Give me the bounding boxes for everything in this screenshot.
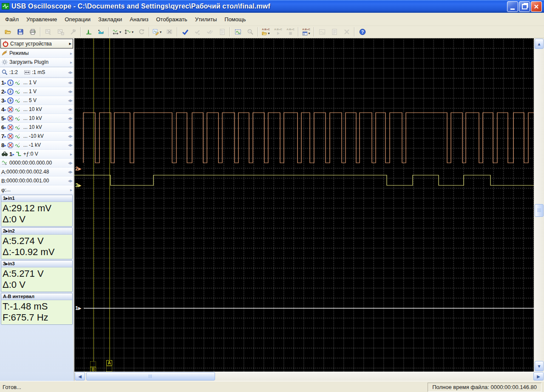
channel-row-3[interactable]: 3▸5... 5 V◀▶ [0,96,74,105]
sidebar-item-load-plugin[interactable]: Загрузить PlugIn▸ [0,58,74,67]
horizontal-scrollbar[interactable]: ◀ ▶ [74,372,544,381]
vertical-scroll-track[interactable] [534,49,544,361]
menu-item-file[interactable]: Файл [1,14,23,25]
close-button[interactable]: ✕ [531,1,542,12]
trigger-row[interactable]: 1▸+ƒ:0 V▸ [0,150,74,159]
dropdown-arrow-icon[interactable]: ▾ [119,30,121,34]
channel-range-badge[interactable]: 5 [7,97,14,104]
expand-arrow-icon[interactable]: ▸ [70,152,72,156]
scroll-right-button[interactable]: ▶ [533,372,544,381]
expand-arrow-icon[interactable]: ▸ [69,41,71,46]
channel-range-badge[interactable]: 1 [7,80,14,86]
app-icon[interactable] [2,3,9,10]
restore-button[interactable] [519,1,530,12]
channel-adjust-arrows[interactable]: ◀▶ [68,108,72,111]
cursor-a-time-adjust-arrows[interactable]: ◀▶ [68,170,72,174]
dropdown-arrow-icon[interactable]: ▾ [132,30,133,34]
measure-in3-panel[interactable]: 3▸in3A:5.271 VΔ:0 V [1,260,73,292]
open-file-button[interactable] [2,27,14,37]
channel-adjust-arrows[interactable]: ◀▶ [68,81,72,85]
channel-adjust-arrows[interactable]: ◀▶ [68,134,72,138]
expand-arrow-icon[interactable]: ▸ [70,51,72,56]
apply-check-button[interactable] [179,27,191,37]
dropdown-arrow-icon[interactable]: ▾ [308,31,310,35]
scale-adjust-arrows[interactable]: ◀▶ [68,71,72,74]
vertical-scroll-thumb[interactable] [535,204,544,217]
svg-text:2: 2 [9,90,11,94]
channel-disabled-badge[interactable] [7,115,14,122]
menu-item-help[interactable]: Помощь [221,14,249,25]
menubar: ФайлУправлениеОперацииЗакладкиАнализОтоб… [0,13,544,26]
channel-disabled-badge[interactable] [7,133,14,139]
impulse-button[interactable] [82,27,95,37]
horizontal-scroll-track[interactable] [85,372,533,381]
channel-adjust-arrows[interactable]: ◀▶ [68,116,72,120]
channel-row-6[interactable]: 6▸... 10 kV◀▶ [0,123,74,132]
measure-in1-panel[interactable]: 1▸in1A:29.12 mVΔ:0 V [1,195,73,227]
sweep-time-row[interactable]: 0000:00:00.000.00◀▶ [0,159,74,168]
channel-disabled-badge[interactable] [7,106,14,113]
channel-row-2[interactable]: 2▸2... 1 V◀▶ [0,87,74,96]
channel-disabled-badge[interactable] [7,142,14,148]
toolbar-separator [40,27,41,37]
edit-wave-button[interactable]: ▾ [151,27,163,37]
channel-3-marker[interactable]: 3▸ [75,182,81,189]
cursor-b-time-row[interactable]: B:0000:00:00.001.00◀▶ [0,176,74,185]
measure-in2-header: 2▸in2 [1,228,72,235]
scroll-up-button[interactable]: ▲ [535,39,544,49]
channel-range-badge[interactable]: 2 [7,88,14,95]
measure-in2-panel[interactable]: 2▸in2A:5.274 VΔ:-10.92 mV [1,227,73,259]
menu-item-utilities[interactable]: Утилиты [191,14,221,25]
sidebar-item-start-device[interactable]: Старт устройства▸ [0,39,73,48]
scale-row[interactable]: :1:2:1 mS◀▶ [0,68,74,77]
cursor-a-label[interactable]: A [106,360,112,366]
vertical-scrollbar[interactable]: ▲ ▼ [534,38,544,372]
channel-adjust-arrows[interactable]: ◀▶ [68,90,72,94]
channel-row-5[interactable]: 5▸... 10 kV◀▶ [0,114,74,123]
menu-item-operations[interactable]: Операции [61,14,94,25]
save-button[interactable] [14,27,26,37]
zoom-horizontal-button[interactable]: ▾ [110,27,123,37]
cursor-b-handle[interactable] [90,361,96,367]
abc-panel-button[interactable]: A:B+C▾ [300,27,312,37]
scope-display[interactable]: 2▸3▸1▸AB [74,38,534,372]
channel-2-marker[interactable]: 2▸ [75,165,81,172]
clip-wave-button[interactable] [95,27,107,37]
sidebar-item-modes[interactable]: Режимы▸ [0,49,74,58]
channel-row-1[interactable]: 1▸1... 1 V◀▶ [0,78,74,87]
print-button[interactable] [26,27,39,37]
dropdown-arrow-icon[interactable]: ▾ [160,30,162,34]
scroll-down-button[interactable]: ▼ [535,361,544,371]
channel-adjust-arrows[interactable]: ◀▶ [68,125,72,129]
measure-ab-panel[interactable]: A-B интервалT:-1.48 mSF:675.7 Hz [1,293,73,325]
abc-open-button[interactable]: A:B+C▾ [260,27,272,37]
search-wave-icon [247,28,254,35]
cursor-a-time-row[interactable]: A:0000:00:00.002.48◀▶ [0,168,74,176]
channel-1-marker[interactable]: 1▸ [75,305,81,312]
expand-arrow-icon[interactable]: ▸ [70,187,72,192]
zoom-vertical-button[interactable]: ▾ [123,27,135,37]
menu-item-analysis[interactable]: Анализ [126,14,152,25]
expand-arrow-icon[interactable]: ▸ [70,60,72,65]
menu-item-bookmarks[interactable]: Закладки [94,14,126,25]
channel-row-4[interactable]: 4▸... 10 kV◀▶ [0,105,74,114]
channel-adjust-arrows[interactable]: ◀▶ [68,143,72,147]
sweep-time-adjust-arrows[interactable]: ◀▶ [68,161,72,165]
channel-row-7[interactable]: 7▸... -10 kV◀▶ [0,132,74,141]
select-region-button[interactable] [232,27,244,37]
minimize-button[interactable] [507,1,518,12]
menu-item-display[interactable]: Отображать [152,14,191,25]
channel-disabled-badge[interactable] [7,124,14,131]
cursor-b-time-adjust-arrows[interactable]: ◀▶ [68,179,72,183]
dropdown-arrow-icon[interactable]: ▾ [268,31,269,35]
app-window: USB Oscilloscope - C:\Documents and Sett… [0,0,544,392]
cursor-a-handle[interactable] [106,366,112,372]
cursor-b-label[interactable]: B [90,367,96,372]
phase-row[interactable]: φ:...▸ [0,185,74,194]
horizontal-scroll-thumb[interactable] [86,372,215,381]
channel-adjust-arrows[interactable]: ◀▶ [68,99,72,102]
channel-row-8[interactable]: 8▸... -1 kV◀▶ [0,141,74,150]
help-button[interactable]: ? [356,27,368,37]
scroll-left-button[interactable]: ◀ [75,372,85,381]
menu-item-control[interactable]: Управление [23,14,61,25]
